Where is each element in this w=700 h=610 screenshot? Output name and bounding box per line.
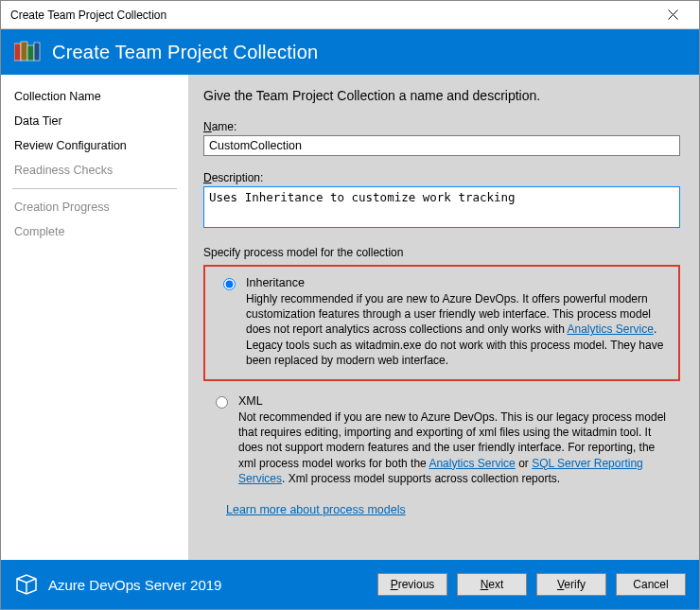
close-button[interactable] xyxy=(652,2,693,28)
sidebar-step-creation-progress: Creation Progress xyxy=(12,195,177,219)
footer-buttons: Previous Next Verify Cancel xyxy=(377,573,686,596)
previous-button[interactable]: Previous xyxy=(377,573,447,596)
link-analytics-service-1[interactable]: Analytics Service xyxy=(568,322,654,336)
titlebar: Create Team Project Collection xyxy=(1,1,699,29)
link-learn-more-process-models[interactable]: Learn more about process models xyxy=(226,503,406,516)
radio-inheritance-label: Inheritance xyxy=(246,276,665,289)
sidebar-step-review-configuration[interactable]: Review Configuration xyxy=(12,133,177,158)
sidebar-step-complete: Complete xyxy=(12,219,177,244)
sidebar-divider xyxy=(12,188,177,189)
wizard-sidebar: Collection Name Data Tier Review Configu… xyxy=(1,75,188,560)
description-input[interactable] xyxy=(203,186,680,228)
process-model-radio-group: Inheritance Highly recommended if you ar… xyxy=(203,265,680,492)
intro-text: Give the Team Project Collection a name … xyxy=(203,88,680,103)
inheritance-highlight: Inheritance Highly recommended if you ar… xyxy=(203,265,680,381)
dialog-body: Collection Name Data Tier Review Configu… xyxy=(1,75,699,560)
footer-brand: Azure DevOps Server 2019 xyxy=(14,572,221,597)
learn-more-row: Learn more about process models xyxy=(226,503,680,516)
description-field-block: Description: xyxy=(203,171,680,231)
footer-brand-text: Azure DevOps Server 2019 xyxy=(48,577,221,593)
radio-inheritance[interactable] xyxy=(223,278,236,290)
verify-button[interactable]: Verify xyxy=(536,573,606,596)
svg-rect-2 xyxy=(14,44,21,61)
window-title: Create Team Project Collection xyxy=(10,9,166,22)
banner-heading: Create Team Project Collection xyxy=(52,42,318,63)
name-label: Name: xyxy=(203,120,680,133)
svg-rect-3 xyxy=(21,42,27,61)
radio-row-inheritance: Inheritance Highly recommended if you ar… xyxy=(211,270,673,374)
radio-row-xml: XML Not recommended if you are new to Az… xyxy=(203,389,680,492)
name-input[interactable] xyxy=(203,135,680,156)
sidebar-step-collection-name[interactable]: Collection Name xyxy=(12,84,177,109)
description-label: Description: xyxy=(203,171,680,184)
sidebar-step-readiness-checks: Readiness Checks xyxy=(12,158,177,183)
radio-xml-desc: Not recommended if you are new to Azure … xyxy=(238,410,673,486)
close-icon xyxy=(668,9,678,20)
main-panel: Give the Team Project Collection a name … xyxy=(188,75,699,560)
footer: Azure DevOps Server 2019 Previous Next V… xyxy=(1,560,699,609)
radio-xml-label: XML xyxy=(238,394,673,408)
svg-rect-4 xyxy=(27,45,34,61)
radio-xml[interactable] xyxy=(216,396,228,409)
process-model-section-label: Specify process model for the collection xyxy=(203,246,680,259)
collection-icon xyxy=(14,41,41,63)
svg-rect-5 xyxy=(34,43,40,61)
radio-inheritance-desc: Highly recommended if you are new to Azu… xyxy=(246,291,665,368)
dialog-window: Create Team Project Collection Create Te… xyxy=(0,0,700,610)
banner: Create Team Project Collection xyxy=(1,29,699,75)
link-analytics-service-2[interactable]: Analytics Service xyxy=(429,457,515,470)
devops-logo-icon xyxy=(14,572,39,597)
name-field-block: Name: xyxy=(203,120,680,156)
cancel-button[interactable]: Cancel xyxy=(616,573,686,596)
sidebar-step-data-tier[interactable]: Data Tier xyxy=(12,109,177,133)
next-button[interactable]: Next xyxy=(457,573,527,596)
